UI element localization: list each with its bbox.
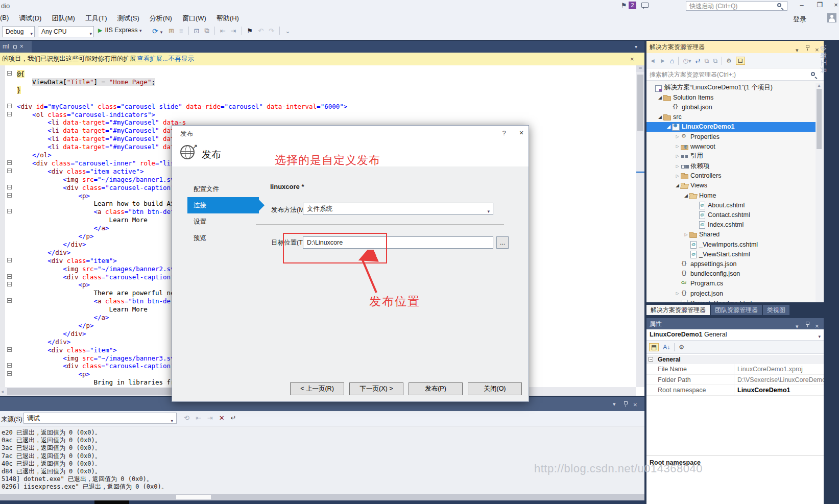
chevron-down-icon[interactable]: ▾ <box>613 401 616 407</box>
next-bookmark-icon[interactable]: ↷ <box>269 27 274 35</box>
tree-item[interactable]: ▷Controllers <box>646 171 816 181</box>
view-extensions-link[interactable]: 查看扩展... <box>137 53 167 65</box>
code-line[interactable]: <a class="btn btn-defaul <box>17 297 186 305</box>
minimize-button[interactable]: – <box>794 0 809 11</box>
tree-item[interactable]: Index.cshtml <box>646 220 816 230</box>
tree-item[interactable]: Contact.cshtml <box>646 210 816 220</box>
notification-flag-icon[interactable]: ⚑ <box>621 2 627 9</box>
property-pages-wrench-icon[interactable]: ⚙ <box>679 344 684 351</box>
code-line[interactable]: </ol> <box>17 151 52 159</box>
code-line[interactable]: </div> <box>17 241 86 248</box>
previous-button[interactable]: < 上一页(R) <box>290 382 344 395</box>
help-button[interactable]: ? <box>498 129 510 138</box>
output-log[interactable]: e20 已退出，返回值为 0 (0x0)。0ac 已退出，返回值为 0 (0x0… <box>0 426 644 494</box>
code-line[interactable]: <img src="~/images/banner3.svg" <box>17 354 182 362</box>
quick-launch-input[interactable] <box>686 1 787 11</box>
avatar[interactable] <box>827 13 836 22</box>
code-line[interactable]: <p> <box>17 281 90 289</box>
code-line[interactable]: </div> <box>17 249 70 256</box>
feedback-icon[interactable] <box>641 3 649 8</box>
tree-item[interactable]: 解决方案“LinuxCoreDemo1”(1 个项目) <box>646 83 816 92</box>
dialog-nav-item[interactable]: 设置 <box>187 213 259 230</box>
scrollbar-thumb[interactable] <box>176 495 211 499</box>
notification-count-badge[interactable]: 2 <box>629 2 636 9</box>
categorized-icon[interactable]: ▤ <box>649 343 659 351</box>
code-line[interactable]: <div class="item"> <box>17 346 117 354</box>
collapsed-arrow-icon[interactable]: ▷ <box>683 232 689 237</box>
tree-item[interactable]: _ViewStart.cshtml <box>646 249 816 259</box>
property-value[interactable]: D:\VSexercise\LinuxCoreDemc <box>734 375 824 385</box>
tool-window-tab[interactable]: 类视图 <box>763 305 789 315</box>
code-line[interactable]: <ol class="carousel-indicators"> <box>17 111 155 118</box>
tree-item[interactable]: ◢Solution Items <box>646 92 816 102</box>
collapsed-arrow-icon[interactable]: ▷ <box>675 174 680 178</box>
dismiss-link[interactable]: 不再显示 <box>169 53 194 65</box>
menu-item[interactable]: 窗口(W) <box>182 14 206 23</box>
pin-icon[interactable] <box>624 401 628 404</box>
menu-item[interactable]: 帮助(H) <box>217 14 239 23</box>
sign-in-link[interactable]: 登录 <box>793 15 806 24</box>
property-row[interactable]: Folder PathD:\VSexercise\LinuxCoreDemc <box>646 375 824 386</box>
next-message-icon[interactable]: ⇥ <box>207 414 213 422</box>
collapsed-arrow-icon[interactable]: ▷ <box>675 291 680 296</box>
word-wrap-icon[interactable]: ↵ <box>231 414 236 422</box>
clear-all-icon[interactable]: ✕ <box>219 414 225 422</box>
tree-item[interactable]: ◢Views <box>646 181 816 190</box>
tree-item[interactable]: ▷引用 <box>646 151 816 161</box>
code-line[interactable]: <p> <box>17 370 90 378</box>
forward-icon[interactable]: ► <box>660 57 666 64</box>
menu-item[interactable]: 分析(N) <box>150 14 172 23</box>
code-line[interactable]: Bring in libraries from <box>17 378 182 386</box>
code-line[interactable]: There are powerful new f <box>17 289 186 297</box>
maximize-button[interactable]: ❐ <box>812 0 827 11</box>
tab-list-chevron-icon[interactable]: ▾ <box>635 44 637 50</box>
property-value[interactable]: LinuxCoreDemo1.xproj <box>734 364 824 374</box>
dialog-nav-item[interactable]: 预览 <box>187 230 259 246</box>
tree-item[interactable]: Program.cs <box>646 279 816 289</box>
code-line[interactable]: Learn More <box>17 305 148 313</box>
configuration-dropdown[interactable]: Debug▾ <box>2 26 35 37</box>
tree-item[interactable]: About.cshtml <box>646 200 816 210</box>
menu-item[interactable]: 工具(T) <box>85 14 107 23</box>
code-line[interactable]: </div> <box>17 330 86 338</box>
tree-item[interactable]: ▷Properties <box>646 132 816 141</box>
close-dialog-button[interactable]: 关闭(O) <box>468 382 522 395</box>
object-dropdown[interactable]: LinuxCoreDemo1 General ▾ <box>646 329 824 341</box>
sync-with-active-document-icon[interactable]: ⇄ <box>696 57 701 64</box>
previous-message-icon[interactable]: ⇤ <box>196 414 201 422</box>
code-line[interactable]: Learn how to build ASP.N <box>17 200 186 207</box>
menu-item[interactable]: 团队(M) <box>52 14 75 23</box>
alphabetical-sort-icon[interactable]: A↓ <box>663 344 670 351</box>
code-line[interactable]: </a> <box>17 224 109 232</box>
document-tab[interactable]: ml× <box>0 41 32 53</box>
code-line[interactable]: <li data-target="#myCarousel" data-s <box>17 127 186 134</box>
expanded-arrow-icon[interactable]: ◢ <box>657 114 663 119</box>
code-line[interactable]: @{ <box>17 70 25 78</box>
dialog-nav-item[interactable]: 连接 <box>187 197 259 213</box>
expanded-arrow-icon[interactable]: ◢ <box>675 183 680 188</box>
tree-item[interactable]: ▷project.json <box>646 289 816 298</box>
tree-item[interactable]: ▷wwwroot <box>646 141 816 151</box>
tree-item[interactable]: ▷Shared <box>646 230 816 239</box>
output-source-dropdown[interactable]: 调试▾ <box>23 413 177 424</box>
previous-bookmark-icon[interactable]: ↶ <box>258 27 263 35</box>
close-icon[interactable]: × <box>20 43 23 50</box>
scrollbar-thumb[interactable] <box>817 89 822 149</box>
code-line[interactable]: <img src="~/images/banner1.svg" <box>17 176 182 183</box>
collapse-all-icon[interactable]: ⊟ <box>736 57 745 65</box>
search-input[interactable] <box>646 68 810 80</box>
bookmark-icon[interactable]: ⚑ <box>247 27 253 35</box>
new-view-icon[interactable]: ⧉ <box>705 57 709 64</box>
code-line[interactable]: <div class="carousel-inner" role="listbo <box>17 159 186 167</box>
code-line[interactable]: </p> <box>17 322 94 329</box>
collapsed-arrow-icon[interactable]: ▷ <box>675 144 680 149</box>
code-line[interactable]: <div id="myCarousel" class="carousel sli… <box>17 103 347 110</box>
code-line[interactable]: </div> <box>17 338 70 346</box>
indent-left-icon[interactable]: ⇤ <box>220 27 226 35</box>
close-button[interactable]: × <box>828 0 839 11</box>
tree-item[interactable]: Project_Readme.html <box>646 298 816 302</box>
pin-icon[interactable] <box>806 45 809 48</box>
tree-item[interactable]: ◢Home <box>646 190 816 200</box>
save-icon[interactable]: ≡ <box>179 27 183 35</box>
next-button[interactable]: 下一页(X) > <box>349 382 403 395</box>
